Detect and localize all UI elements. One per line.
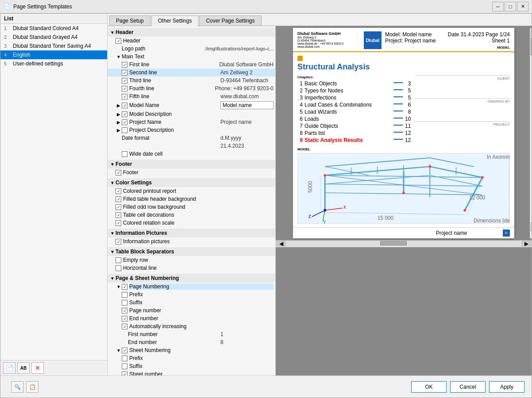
end-number-row[interactable]: End number xyxy=(108,314,275,322)
hscroll-left[interactable]: ◀ xyxy=(277,241,285,246)
tab-cover-page[interactable]: Cover Page Settings xyxy=(199,15,261,26)
fourth-line-checkbox[interactable] xyxy=(122,86,127,92)
svg-text:12 000: 12 000 xyxy=(469,194,486,200)
footer-expander[interactable]: ▼ xyxy=(109,161,116,167)
minimize-button[interactable]: ─ xyxy=(492,2,504,11)
table-cell-dec-checkbox[interactable] xyxy=(116,212,121,218)
sheet-prefix-row[interactable]: Prefix xyxy=(108,354,275,362)
page-number-row[interactable]: Page number xyxy=(108,306,275,314)
filled-odd-row-row[interactable]: Filled odd row background xyxy=(108,203,275,211)
sheet-number-row[interactable]: Sheet number xyxy=(108,370,275,375)
suffix-row[interactable]: Suffix xyxy=(108,298,275,306)
prefix-row[interactable]: Prefix xyxy=(108,291,275,298)
colored-printout-row[interactable]: Colored printout report xyxy=(108,187,275,195)
maximize-button[interactable]: □ xyxy=(505,2,516,11)
ok-button[interactable]: OK xyxy=(411,381,447,393)
tab-page-setup[interactable]: Page Setup xyxy=(109,15,150,26)
copy-button[interactable]: 📋 xyxy=(26,381,39,393)
page-numbering-checkbox[interactable] xyxy=(122,284,127,290)
page-sheet-numbering-section[interactable]: ▼ Page & Sheet Numbering xyxy=(108,274,275,283)
page-number-checkbox[interactable] xyxy=(122,308,127,314)
fifth-line-checkbox[interactable] xyxy=(122,94,127,100)
filled-table-header-checkbox[interactable] xyxy=(116,196,121,202)
model-name-expander[interactable]: ▶ xyxy=(116,102,122,108)
list-item[interactable]: 2 Dlubal Standard Grayed A4 xyxy=(0,33,107,42)
footer-cb-row[interactable]: Footer xyxy=(108,168,275,176)
rename-template-button[interactable]: AB xyxy=(17,362,30,374)
wide-date-checkbox[interactable] xyxy=(122,151,127,157)
footer-checkbox[interactable] xyxy=(116,170,121,176)
filled-odd-row-checkbox[interactable] xyxy=(116,204,121,210)
filled-table-header-row[interactable]: Filled table header background xyxy=(108,195,275,203)
hscroll-thumb[interactable] xyxy=(380,241,407,245)
table-block-sep-expander[interactable]: ▼ xyxy=(109,249,116,255)
header-checkbox[interactable] xyxy=(116,38,121,44)
colored-relation-row[interactable]: Colored relation scale xyxy=(108,219,275,227)
horizontal-line-checkbox[interactable] xyxy=(116,265,121,271)
page-numbering-row[interactable]: ▼ Page Numbering xyxy=(108,283,275,291)
table-cell-dec-row[interactable]: Table cell decorations xyxy=(108,211,275,219)
empty-row-row[interactable]: Empty row xyxy=(108,256,275,264)
color-settings-expander[interactable]: ▼ xyxy=(109,180,116,186)
end-number-checkbox[interactable] xyxy=(122,316,127,321)
vscrollbar-down[interactable]: ▼ xyxy=(531,222,532,231)
sheet-number-checkbox[interactable] xyxy=(122,371,127,376)
horizontal-line-row[interactable]: Horizontal line xyxy=(108,264,275,272)
tab-other-settings[interactable]: Other Settings xyxy=(151,15,199,26)
preview-vscrollbar[interactable]: ▲ ▼ xyxy=(530,28,532,238)
delete-template-button[interactable]: ✕ xyxy=(31,362,44,374)
sheet-numbering-row[interactable]: ▼ Sheet Numbering xyxy=(108,346,275,354)
page-sheet-numbering-expander[interactable]: ▼ xyxy=(109,275,116,281)
project-name-expander[interactable]: ▶ xyxy=(116,119,122,125)
vscrollbar-thumb[interactable] xyxy=(531,38,532,55)
header-checkbox-row[interactable]: Header xyxy=(108,37,275,45)
model-desc-checkbox[interactable] xyxy=(122,111,127,117)
logo-path-row: Logo path :/img/illustrations/report-log… xyxy=(108,45,275,53)
vscrollbar-up[interactable]: ▲ xyxy=(531,28,532,37)
auto-increasing-row[interactable]: Automatically increasing xyxy=(108,322,275,330)
sheet-suffix-checkbox[interactable] xyxy=(122,364,127,369)
preview-hscrollbar[interactable]: ◀ ▶ xyxy=(276,240,532,247)
sheet-prefix-checkbox[interactable] xyxy=(122,356,127,361)
first-line-checkbox[interactable] xyxy=(122,62,127,68)
main-text-expander[interactable]: ▼ xyxy=(116,54,122,60)
main-text-section[interactable]: ▼ Main Text xyxy=(108,53,275,61)
info-pictures-section[interactable]: ▼ Information Pictures xyxy=(108,229,275,237)
page-numbering-expander[interactable]: ▼ xyxy=(116,283,122,290)
model-name-checkbox[interactable] xyxy=(122,103,127,108)
project-desc-checkbox[interactable] xyxy=(122,127,127,133)
table-block-sep-section[interactable]: ▼ Table Block Separators xyxy=(108,247,275,256)
info-pictures-expander[interactable]: ▼ xyxy=(109,230,116,236)
list-item[interactable]: 1 Dlubal Standard Colored A4 xyxy=(0,24,107,33)
sheet-suffix-row[interactable]: Suffix xyxy=(108,362,275,370)
project-name-checkbox[interactable] xyxy=(122,119,127,125)
third-line-checkbox[interactable] xyxy=(122,78,127,84)
info-pics-cb-row[interactable]: Information pictures xyxy=(108,237,275,245)
auto-increasing-checkbox[interactable] xyxy=(122,324,127,329)
list-item[interactable]: 3 Dlubal Standard Toner Saving A4 xyxy=(0,42,107,50)
prefix-checkbox[interactable] xyxy=(122,292,127,298)
sheet-numbering-expander[interactable]: ▼ xyxy=(116,347,122,353)
second-line-checkbox[interactable] xyxy=(122,70,127,76)
hscroll-right[interactable]: ▶ xyxy=(522,241,531,246)
color-settings-section[interactable]: ▼ Color Settings xyxy=(108,178,275,187)
header-expander[interactable]: ▼ xyxy=(109,29,116,35)
close-button[interactable]: ✕ xyxy=(517,2,528,11)
empty-row-checkbox[interactable] xyxy=(116,257,121,263)
list-item-selected[interactable]: 4 English xyxy=(0,50,107,59)
new-template-button[interactable]: 📄 xyxy=(3,362,15,374)
apply-button[interactable]: Apply xyxy=(489,381,524,393)
colored-relation-checkbox[interactable] xyxy=(116,220,121,226)
project-desc-expander[interactable]: ▶ xyxy=(116,127,122,133)
colored-printout-checkbox[interactable] xyxy=(116,188,121,194)
model-name-value[interactable]: Model name xyxy=(220,101,274,109)
header-section[interactable]: ▼ Header xyxy=(108,28,275,37)
suffix-checkbox[interactable] xyxy=(122,300,127,306)
cancel-button[interactable]: Cancel xyxy=(450,381,486,393)
footer-section[interactable]: ▼ Footer xyxy=(108,160,275,168)
search-button[interactable]: 🔍 xyxy=(11,381,23,393)
list-item[interactable]: 5 User-defined settings xyxy=(0,59,107,68)
sheet-numbering-checkbox[interactable] xyxy=(122,348,127,353)
info-pics-checkbox[interactable] xyxy=(116,239,121,245)
model-desc-expander[interactable]: ▶ xyxy=(116,111,122,117)
